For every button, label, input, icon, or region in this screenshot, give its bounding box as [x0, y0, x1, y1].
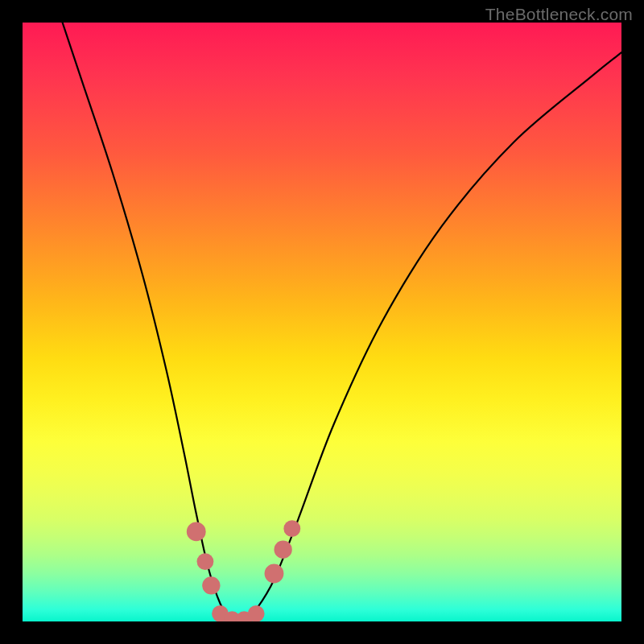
marker-layer: [187, 520, 300, 621]
watermark-text: TheBottleneck.com: [485, 5, 633, 24]
marker-10: [283, 520, 300, 537]
bottleneck-curve: [52, 23, 621, 621]
marker-3: [202, 576, 220, 594]
marker-1: [187, 522, 206, 541]
marker-7: [248, 605, 265, 621]
marker-9: [274, 541, 291, 559]
chart-frame: TheBottleneck.com: [0, 0, 644, 644]
plot-area: [23, 23, 621, 621]
curve-layer: [52, 23, 621, 621]
chart-svg: [23, 23, 621, 621]
marker-2: [197, 553, 214, 570]
marker-8: [265, 564, 284, 584]
